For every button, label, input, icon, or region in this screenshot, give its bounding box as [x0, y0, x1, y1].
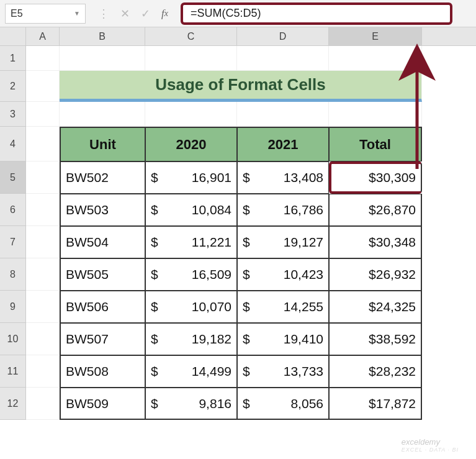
- row-2: 2 Usage of Format Cells: [0, 71, 476, 102]
- row-9: 9 BW506 $10,070 $14,255 $24,325: [0, 291, 476, 323]
- row-header-12[interactable]: 12: [0, 388, 26, 420]
- cell-D1[interactable]: [237, 46, 329, 71]
- header-2021[interactable]: 2021: [237, 127, 329, 161]
- cell-A9[interactable]: [26, 291, 60, 323]
- cell-total-9[interactable]: $24,325: [329, 291, 422, 323]
- col-header-B[interactable]: B: [60, 27, 145, 45]
- cell-unit-12[interactable]: BW509: [60, 388, 145, 420]
- cell-unit-7[interactable]: BW504: [60, 226, 145, 258]
- row-header-3[interactable]: 3: [0, 102, 26, 127]
- row-6: 6 BW503 $10,084 $16,786 $26,870: [0, 194, 476, 226]
- select-all-corner[interactable]: [0, 27, 26, 45]
- cell-A11[interactable]: [26, 355, 60, 388]
- cell-total-12[interactable]: $17,872: [329, 388, 422, 420]
- formula-bar-buttons: ⋮ ✕ ✓ fx: [98, 7, 168, 20]
- row-11: 11 BW508 $14,499 $13,733 $28,232: [0, 355, 476, 388]
- cell-2021-8[interactable]: $10,423: [237, 258, 329, 291]
- title-banner[interactable]: Usage of Format Cells: [60, 71, 422, 102]
- cell-2021-12[interactable]: $8,056: [237, 388, 329, 420]
- row-4: 4 Unit 2020 2021 Total: [0, 127, 476, 161]
- cell-unit-11[interactable]: BW508: [60, 355, 145, 388]
- cell-A6[interactable]: [26, 194, 60, 226]
- cell-unit-8[interactable]: BW505: [60, 258, 145, 291]
- cell-2020-6[interactable]: $10,084: [145, 194, 237, 226]
- cell-A8[interactable]: [26, 258, 60, 291]
- cell-C3[interactable]: [145, 102, 237, 127]
- cell-A5[interactable]: [26, 161, 60, 194]
- cell-C1[interactable]: [145, 46, 237, 71]
- col-header-C[interactable]: C: [145, 27, 237, 45]
- cell-unit-5[interactable]: BW502: [60, 161, 145, 194]
- name-box[interactable]: E5 ▼: [5, 4, 86, 24]
- row-header-5[interactable]: 5: [0, 161, 26, 194]
- cell-2021-5[interactable]: $13,408: [237, 161, 329, 194]
- cell-2020-8[interactable]: $16,509: [145, 258, 237, 291]
- cell-E1[interactable]: [329, 46, 422, 71]
- cell-2020-10[interactable]: $19,182: [145, 323, 237, 355]
- chevron-down-icon[interactable]: ▼: [74, 10, 80, 17]
- row-header-8[interactable]: 8: [0, 258, 26, 291]
- row-12: 12 BW509 $9,816 $8,056 $17,872: [0, 388, 476, 420]
- cell-2020-9[interactable]: $10,070: [145, 291, 237, 323]
- cell-total-5[interactable]: $30,309: [329, 161, 422, 194]
- formula-input[interactable]: =SUM(C5:D5): [181, 2, 452, 25]
- cell-A1[interactable]: [26, 46, 60, 71]
- cell-unit-10[interactable]: BW507: [60, 323, 145, 355]
- cell-2020-11[interactable]: $14,499: [145, 355, 237, 388]
- cell-A4[interactable]: [26, 127, 60, 161]
- col-header-E[interactable]: E: [329, 27, 422, 45]
- col-header-D[interactable]: D: [237, 27, 329, 45]
- cell-2021-9[interactable]: $14,255: [237, 291, 329, 323]
- fx-icon[interactable]: fx: [161, 7, 168, 20]
- name-box-value: E5: [11, 8, 23, 19]
- formula-text: =SUM(C5:D5): [191, 7, 261, 20]
- cell-total-10[interactable]: $38,592: [329, 323, 422, 355]
- row-3: 3: [0, 102, 476, 127]
- cell-total-8[interactable]: $26,932: [329, 258, 422, 291]
- cell-D3[interactable]: [237, 102, 329, 127]
- row-header-2[interactable]: 2: [0, 71, 26, 102]
- cell-2021-6[interactable]: $16,786: [237, 194, 329, 226]
- row-10: 10 BW507 $19,182 $19,410 $38,592: [0, 323, 476, 355]
- banner-text: Usage of Format Cells: [155, 75, 326, 94]
- cell-A12[interactable]: [26, 388, 60, 420]
- cell-2021-11[interactable]: $13,733: [237, 355, 329, 388]
- cell-unit-9[interactable]: BW506: [60, 291, 145, 323]
- cell-B1[interactable]: [60, 46, 145, 71]
- cell-A10[interactable]: [26, 323, 60, 355]
- cell-2020-7[interactable]: $11,221: [145, 226, 237, 258]
- row-header-7[interactable]: 7: [0, 226, 26, 258]
- cell-A3[interactable]: [26, 102, 60, 127]
- row-header-10[interactable]: 10: [0, 323, 26, 355]
- cell-A2[interactable]: [26, 71, 60, 102]
- checkmark-icon[interactable]: ✓: [141, 7, 150, 20]
- watermark-text: exceldemy: [402, 437, 440, 447]
- row-header-6[interactable]: 6: [0, 194, 26, 226]
- row-header-1[interactable]: 1: [0, 46, 26, 71]
- cell-E3[interactable]: [329, 102, 422, 127]
- cell-2021-10[interactable]: $19,410: [237, 323, 329, 355]
- header-2020[interactable]: 2020: [145, 127, 237, 161]
- cell-A7[interactable]: [26, 226, 60, 258]
- row-7: 7 BW504 $11,221 $19,127 $30,348: [0, 226, 476, 258]
- col-header-A[interactable]: A: [26, 27, 60, 45]
- header-unit[interactable]: Unit: [60, 127, 145, 161]
- spreadsheet-grid: A B C D E 1 2 Usage of Format Cells 3: [0, 27, 476, 420]
- cell-total-11[interactable]: $28,232: [329, 355, 422, 388]
- cancel-icon[interactable]: ✕: [120, 7, 130, 20]
- row-header-11[interactable]: 11: [0, 355, 26, 388]
- cell-unit-6[interactable]: BW503: [60, 194, 145, 226]
- cell-2020-12[interactable]: $9,816: [145, 388, 237, 420]
- row-header-4[interactable]: 4: [0, 127, 26, 161]
- cell-2020-5[interactable]: $16,901: [145, 161, 237, 194]
- cell-total-6[interactable]: $26,870: [329, 194, 422, 226]
- row-header-9[interactable]: 9: [0, 291, 26, 323]
- vertical-ellipsis-icon: ⋮: [98, 7, 109, 20]
- cell-total-7[interactable]: $30,348: [329, 226, 422, 258]
- cell-2021-7[interactable]: $19,127: [237, 226, 329, 258]
- cell-B3[interactable]: [60, 102, 145, 127]
- watermark: exceldemy EXCEL · DATA · BI: [402, 437, 459, 453]
- header-total[interactable]: Total: [329, 127, 422, 161]
- watermark-sub: EXCEL · DATA · BI: [402, 447, 459, 453]
- formula-bar: E5 ▼ ⋮ ✕ ✓ fx =SUM(C5:D5): [0, 0, 476, 27]
